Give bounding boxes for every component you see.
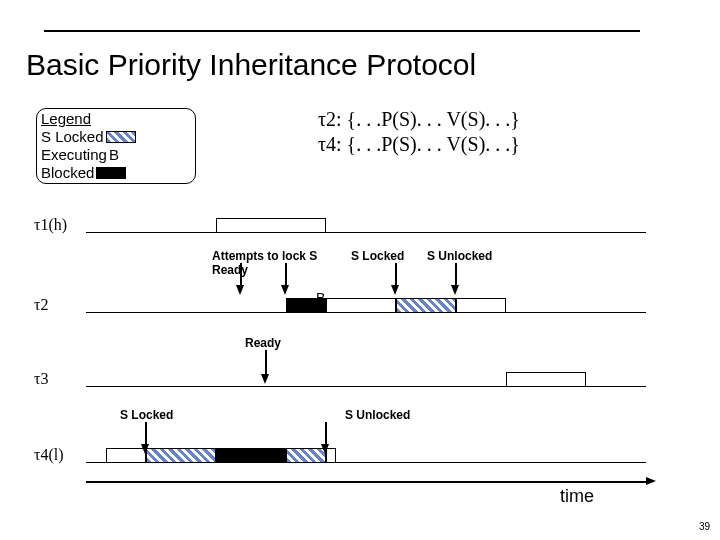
note-slocked-t2: S Locked <box>351 249 404 263</box>
seg-t2-slocked <box>396 298 456 313</box>
note-sunlocked-t2: S Unlocked <box>427 249 492 263</box>
arrow-t3-ready-stem <box>265 350 267 374</box>
seg-t4-slock2 <box>286 448 326 463</box>
legend-executing-label: Executing <box>41 146 107 164</box>
seg-t3-exec <box>506 372 586 387</box>
lane-t1 <box>86 232 646 233</box>
arrow-t2-ready-stem <box>240 263 242 285</box>
arrow-t4-sunlock-stem <box>325 422 327 444</box>
arrow-t2-sunlock <box>451 285 459 295</box>
label-b: B <box>316 290 325 306</box>
arrow-t4-slock <box>141 444 149 454</box>
seg-t4-exec1 <box>106 448 146 463</box>
lane-t2 <box>86 312 646 313</box>
legend-swatch-slocked <box>106 131 136 143</box>
page-number: 39 <box>699 521 710 532</box>
legend-swatch-blocked <box>96 167 126 179</box>
seg-t1-exec <box>216 218 326 233</box>
seg-t4-blocked <box>216 448 286 463</box>
seg-t4-slock1 <box>146 448 216 463</box>
seg-t2-exec2 <box>456 298 506 313</box>
lane-label-t4: τ4(l) <box>34 446 64 464</box>
arrow-t4-sunlock <box>321 444 329 454</box>
note-slocked-t4: S Locked <box>120 408 173 422</box>
title-rule <box>44 30 640 32</box>
lane-label-t1: τ1(h) <box>34 216 67 234</box>
legend-slocked-label: S Locked <box>41 128 104 146</box>
lane-label-t3: τ3 <box>34 370 48 388</box>
lane-t3 <box>86 386 646 387</box>
legend-exec-glyph: B <box>109 146 119 164</box>
note-ready-t2: Ready <box>212 263 248 277</box>
note-attempts: Attempts to lock S <box>212 249 317 263</box>
arrow-t2-sunlock-stem <box>455 263 457 285</box>
note-sunlocked-t4: S Unlocked <box>345 408 410 422</box>
axis-line <box>86 481 646 483</box>
arrow-t2-ready <box>236 285 244 295</box>
formula-block: τ2: {. . .P(S). . . V(S). . .} τ4: {. . … <box>318 108 520 158</box>
lane-label-t2: τ2 <box>34 296 48 314</box>
axis-arrowhead <box>646 477 656 485</box>
arrow-t2-attempt-stem <box>285 263 287 285</box>
legend-box: Legend S Locked Executing B Blocked <box>36 108 196 184</box>
arrow-t2-slock <box>391 285 399 295</box>
page-title: Basic Priority Inheritance Protocol <box>26 48 476 82</box>
arrow-t3-ready <box>261 374 269 384</box>
formula-line-1: τ2: {. . .P(S). . . V(S). . .} <box>318 108 520 131</box>
arrow-t2-slock-stem <box>395 263 397 285</box>
seg-t2-exec1 <box>326 298 396 313</box>
legend-heading: Legend <box>41 110 91 128</box>
note-ready-t3: Ready <box>245 336 281 350</box>
lane-t4 <box>86 462 646 463</box>
arrow-t4-slock-stem <box>145 422 147 444</box>
legend-blocked-label: Blocked <box>41 164 94 182</box>
arrow-t2-attempt <box>281 285 289 295</box>
axis-label-time: time <box>560 486 594 507</box>
formula-line-2: τ4: {. . .P(S). . . V(S). . .} <box>318 133 520 156</box>
